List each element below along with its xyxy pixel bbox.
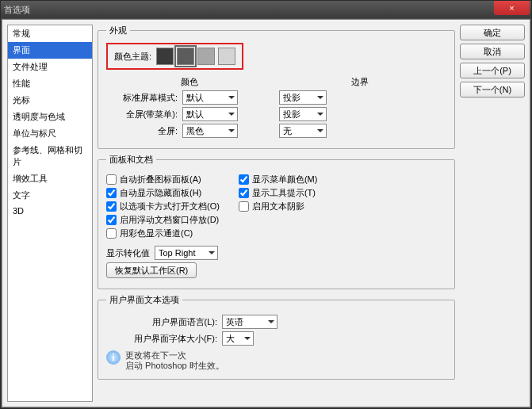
checkbox-input[interactable] (106, 201, 117, 212)
checkbox-label: 用彩色显示通道(C) (120, 227, 193, 239)
checkbox-input[interactable] (106, 215, 117, 225)
next-button[interactable]: 下一个(N) (460, 82, 525, 97)
option-checkbox[interactable]: 启用文本阴影 (239, 201, 318, 212)
border-header: 边界 (273, 76, 446, 88)
option-checkbox[interactable]: 用彩色显示通道(C) (106, 227, 220, 239)
checkbox-input[interactable] (239, 174, 249, 185)
border-select[interactable]: 无 (279, 124, 327, 138)
option-checkbox[interactable]: 显示菜单颜色(M) (239, 174, 318, 185)
checkbox-input[interactable] (239, 188, 249, 198)
checkbox-label: 显示工具提示(T) (252, 187, 316, 199)
checkbox-label: 自动显示隐藏面板(H) (120, 187, 201, 199)
close-button[interactable]: × (494, 1, 530, 15)
checkbox-label: 启用文本阴影 (252, 201, 304, 212)
checkbox-label: 以选项卡方式打开文档(O) (120, 201, 220, 212)
sidebar-item[interactable]: 增效工具 (8, 170, 92, 187)
checkbox-input[interactable] (106, 228, 117, 239)
appearance-legend: 外观 (106, 25, 130, 36)
ui-text-legend: 用户界面文本选项 (106, 294, 182, 306)
option-checkbox[interactable]: 自动折叠图标面板(A) (106, 174, 220, 185)
ui-size-label: 用户界面字体大小(F): (106, 333, 217, 345)
ok-button[interactable]: 确定 (460, 25, 525, 40)
sidebar-item[interactable]: 单位与标尺 (8, 125, 92, 142)
sidebar-item[interactable]: 文字 (8, 187, 92, 204)
checkbox-input[interactable] (106, 188, 117, 198)
sidebar-item[interactable]: 常规 (8, 25, 92, 42)
appearance-group: 外观 颜色主题: 颜色 边界 标准屏幕模式:默认投影全屏(带菜单):默认投影全屏… (98, 25, 455, 149)
cancel-button[interactable]: 取消 (460, 44, 525, 59)
mode-label: 全屏: (106, 125, 178, 137)
ui-lang-label: 用户界面语言(L): (106, 316, 217, 328)
window-title: 首选项 (4, 4, 30, 16)
color-select[interactable]: 黑色 (182, 124, 238, 138)
theme-label: 颜色主题: (114, 51, 151, 63)
checkbox-input[interactable] (106, 174, 117, 185)
close-icon: × (509, 3, 514, 13)
reset-workspace-button[interactable]: 恢复默认工作区(R) (106, 262, 197, 278)
ui-text-group: 用户界面文本选项 用户界面语言(L): 英语 用户界面字体大小(F): 大 i … (98, 294, 455, 380)
ui-size-select[interactable]: 大 (222, 331, 254, 346)
ui-lang-select[interactable]: 英语 (222, 315, 277, 329)
border-select[interactable]: 投影 (279, 107, 327, 121)
border-select[interactable]: 投影 (279, 90, 327, 105)
sidebar-item[interactable]: 性能 (8, 75, 92, 92)
color-header: 颜色 (106, 76, 273, 88)
theme-swatch[interactable] (177, 48, 194, 65)
restart-note: 更改将在下一次 启动 Photoshop 时生效。 (125, 350, 224, 371)
checkbox-label: 启用浮动文档窗口停放(D) (120, 214, 219, 226)
theme-swatch[interactable] (218, 48, 235, 65)
theme-swatch[interactable] (197, 48, 215, 65)
color-select[interactable]: 默认 (182, 90, 238, 105)
theme-swatches (156, 48, 235, 65)
checkbox-label: 显示菜单颜色(M) (252, 174, 318, 185)
sidebar-item[interactable]: 光标 (8, 92, 92, 109)
sidebar-item[interactable]: 参考线、网格和切片 (8, 142, 92, 170)
sidebar-item[interactable]: 3D (8, 204, 92, 218)
option-checkbox[interactable]: 以选项卡方式打开文档(O) (106, 201, 220, 212)
checkbox-label: 自动折叠图标面板(A) (120, 174, 201, 185)
color-select[interactable]: 默认 (182, 107, 238, 121)
prev-button[interactable]: 上一个(P) (460, 63, 525, 78)
option-checkbox[interactable]: 启用浮动文档窗口停放(D) (106, 214, 220, 226)
mode-label: 全屏(带菜单): (106, 109, 178, 120)
theme-highlight: 颜色主题: (106, 43, 243, 70)
sidebar-item[interactable]: 透明度与色域 (8, 109, 92, 125)
info-icon: i (106, 350, 121, 365)
option-checkbox[interactable]: 自动显示隐藏面板(H) (106, 187, 220, 199)
panels-group: 面板和文档 自动折叠图标面板(A)自动显示隐藏面板(H)以选项卡方式打开文档(O… (98, 154, 455, 289)
category-sidebar: 常规界面文件处理性能光标透明度与色域单位与标尺参考线、网格和切片增效工具文字3D (7, 25, 93, 402)
preferences-window: 首选项 × 常规界面文件处理性能光标透明度与色域单位与标尺参考线、网格和切片增效… (0, 0, 532, 409)
checkbox-input[interactable] (239, 201, 249, 212)
option-checkbox[interactable]: 显示工具提示(T) (239, 187, 318, 199)
sidebar-item[interactable]: 界面 (8, 42, 92, 59)
transform-label: 显示转化值 (106, 247, 150, 259)
sidebar-item[interactable]: 文件处理 (8, 59, 92, 75)
transform-select[interactable]: Top Right (155, 246, 218, 260)
theme-swatch[interactable] (156, 48, 174, 65)
panels-legend: 面板和文档 (106, 154, 156, 166)
titlebar: 首选项 × (1, 1, 531, 18)
mode-label: 标准屏幕模式: (106, 92, 178, 104)
